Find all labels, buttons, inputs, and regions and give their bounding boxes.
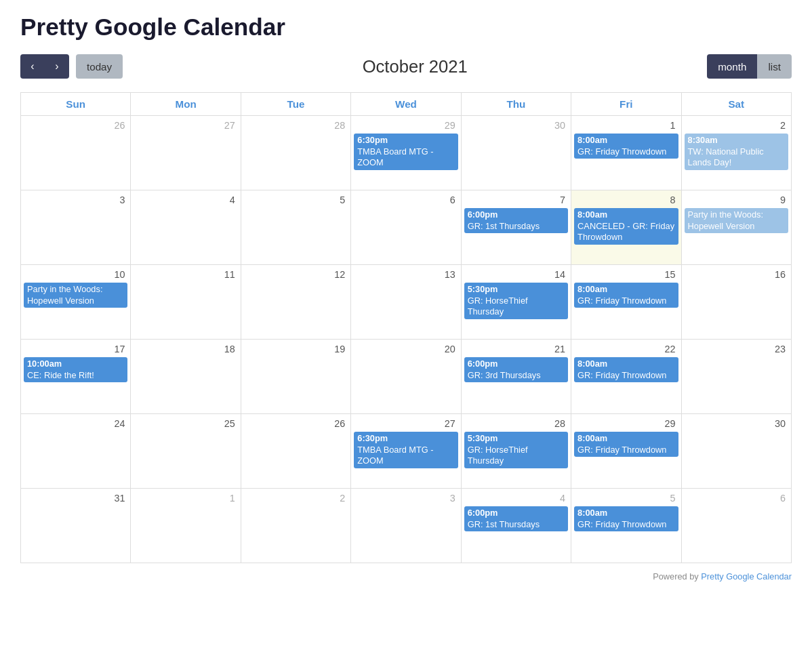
calendar-cell: 20	[351, 340, 461, 414]
day-number: 27	[134, 119, 237, 134]
calendar-cell: 2	[241, 489, 350, 563]
day-header-sun: Sun	[21, 93, 131, 116]
calendar-event[interactable]: 10:00amCE: Ride the Rift!	[24, 357, 127, 382]
powered-by-text: Powered by	[653, 571, 699, 582]
calendar-cell: 158:00amGR: Friday Throwdown	[571, 265, 681, 340]
day-number: 19	[244, 342, 348, 357]
calendar-cell: 3	[21, 190, 131, 265]
day-number: 28	[244, 119, 348, 134]
calendar-event[interactable]: Party in the Woods: Hopewell Version	[24, 283, 127, 308]
calendar-cell: 76:00pmGR: 1st Thursdays	[461, 190, 571, 265]
calendar-cell: 12	[241, 265, 350, 340]
day-number: 28	[464, 417, 568, 432]
calendar-event[interactable]: 8:00amGR: Friday Throwdown	[574, 357, 678, 382]
calendar-event[interactable]: 8:00amCANCELED - GR: Friday Throwdown	[574, 208, 678, 245]
calendar-event[interactable]: 8:00amGR: Friday Throwdown	[574, 283, 678, 308]
calendar-event[interactable]: 5:30pmGR: HorseThief Thursday	[464, 283, 568, 319]
calendar-event[interactable]: 8:00amGR: Friday Throwdown	[574, 134, 678, 159]
calendar-cell: 13	[351, 265, 461, 340]
day-number: 31	[24, 491, 127, 506]
calendar-cell: 6	[351, 190, 461, 265]
calendar-cell: 28:30amTW: National Public Lands Day!	[681, 116, 791, 190]
footer: Powered by Pretty Google Calendar	[20, 571, 792, 582]
day-number: 5	[244, 193, 348, 208]
day-number: 12	[244, 268, 348, 283]
calendar-cell: 46:00pmGR: 1st Thursdays	[461, 489, 571, 563]
calendar-cell: 145:30pmGR: HorseThief Thursday	[461, 265, 571, 340]
day-number: 3	[354, 491, 458, 506]
day-number: 17	[24, 342, 127, 357]
day-number: 2	[685, 119, 788, 134]
day-number: 30	[464, 119, 568, 134]
day-number: 22	[574, 342, 678, 357]
calendar-cell: 1710:00amCE: Ride the Rift!	[21, 340, 131, 414]
day-number: 18	[134, 342, 237, 357]
calendar-event[interactable]: 8:00amGR: Friday Throwdown	[574, 432, 678, 457]
day-number: 25	[134, 417, 237, 432]
day-number: 10	[24, 268, 127, 283]
today-button[interactable]: today	[76, 54, 123, 79]
calendar-cell: 285:30pmGR: HorseThief Thursday	[461, 414, 571, 489]
calendar-cell: 28	[241, 116, 350, 190]
calendar-cell: 11	[131, 265, 241, 340]
day-number: 16	[685, 268, 788, 283]
view-list-button[interactable]: list	[757, 54, 792, 79]
calendar-cell: 27	[131, 116, 241, 190]
calendar-cell: 10Party in the Woods: Hopewell Version	[21, 265, 131, 340]
calendar-event[interactable]: 6:00pmGR: 1st Thursdays	[464, 506, 568, 531]
day-number: 6	[685, 491, 788, 506]
day-header-thu: Thu	[461, 93, 571, 116]
day-number: 30	[685, 417, 788, 432]
calendar: SunMonTueWedThuFriSat 262728296:30pmTMBA…	[20, 92, 792, 563]
day-number: 2	[244, 491, 348, 506]
calendar-cell: 276:30pmTMBA Board MTG - ZOOM	[351, 414, 461, 489]
calendar-cell: 24	[21, 414, 131, 489]
day-number: 4	[134, 193, 237, 208]
day-header-mon: Mon	[131, 93, 241, 116]
day-number: 26	[244, 417, 348, 432]
toolbar: ‹ › today October 2021 month list	[20, 54, 792, 79]
calendar-cell: 16	[681, 265, 791, 340]
day-number: 21	[464, 342, 568, 357]
calendar-cell: 298:00amGR: Friday Throwdown	[571, 414, 681, 489]
day-number: 26	[24, 119, 127, 134]
day-number: 29	[354, 119, 458, 134]
calendar-event[interactable]: 8:00amGR: Friday Throwdown	[574, 506, 678, 531]
day-number: 7	[464, 193, 568, 208]
calendar-cell: 4	[131, 190, 241, 265]
calendar-event[interactable]: 5:30pmGR: HorseThief Thursday	[464, 432, 568, 468]
calendar-cell: 18	[131, 340, 241, 414]
calendar-cell: 26	[21, 116, 131, 190]
calendar-event[interactable]: 6:00pmGR: 3rd Thursdays	[464, 357, 568, 382]
month-title: October 2021	[123, 57, 707, 77]
day-number: 14	[464, 268, 568, 283]
calendar-cell: 31	[21, 489, 131, 563]
view-buttons: month list	[707, 54, 792, 79]
calendar-cell: 9Party in the Woods: Hopewell Version	[681, 190, 791, 265]
calendar-cell: 88:00amCANCELED - GR: Friday Throwdown	[571, 190, 681, 265]
day-header-sat: Sat	[681, 93, 791, 116]
pretty-google-calendar-link[interactable]: Pretty Google Calendar	[701, 571, 792, 582]
calendar-event[interactable]: 6:30pmTMBA Board MTG - ZOOM	[354, 432, 458, 468]
day-number: 23	[685, 342, 788, 357]
calendar-event[interactable]: Party in the Woods: Hopewell Version	[685, 208, 788, 233]
calendar-event[interactable]: 6:00pmGR: 1st Thursdays	[464, 208, 568, 233]
page-title: Pretty Google Calendar	[20, 14, 792, 41]
day-number: 3	[24, 193, 127, 208]
day-number: 15	[574, 268, 678, 283]
day-number: 1	[574, 119, 678, 134]
next-button[interactable]: ›	[45, 54, 69, 79]
prev-button[interactable]: ‹	[20, 54, 45, 79]
view-month-button[interactable]: month	[707, 54, 757, 79]
day-number: 5	[574, 491, 678, 506]
calendar-cell: 3	[351, 489, 461, 563]
calendar-event[interactable]: 8:30amTW: National Public Lands Day!	[685, 134, 788, 170]
calendar-cell: 18:00amGR: Friday Throwdown	[571, 116, 681, 190]
calendar-event[interactable]: 6:30pmTMBA Board MTG - ZOOM	[354, 134, 458, 170]
calendar-cell: 6	[681, 489, 791, 563]
day-number: 24	[24, 417, 127, 432]
calendar-cell: 23	[681, 340, 791, 414]
day-number: 13	[354, 268, 458, 283]
day-header-fri: Fri	[571, 93, 681, 116]
nav-buttons: ‹ ›	[20, 54, 69, 79]
